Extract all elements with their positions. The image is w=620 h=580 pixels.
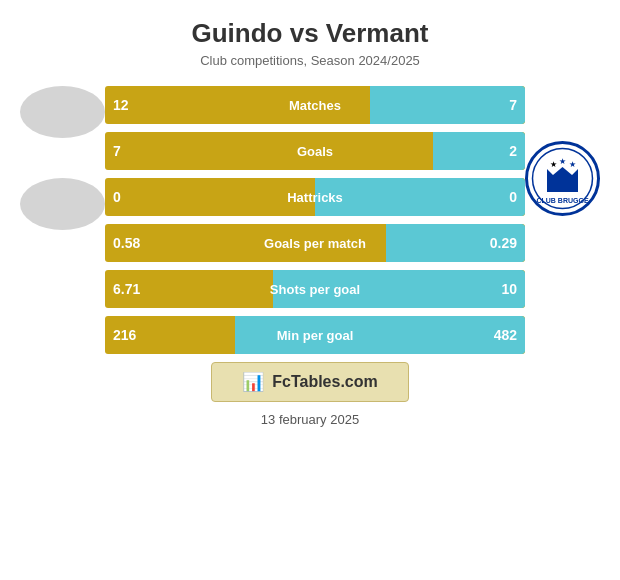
right-club-logo-area: CLUB BRUGGE ★ ★ ★ [525,86,600,216]
fctables-icon: 📊 [242,371,264,393]
stat-row: 216Min per goal482 [105,316,525,354]
page-subtitle: Club competitions, Season 2024/2025 [200,53,420,68]
stat-bar-container: 12Matches7 [105,86,525,124]
stats-column: 12Matches77Goals20Hattricks00.58Goals pe… [105,86,525,354]
stat-bar-container: 7Goals2 [105,132,525,170]
stat-label: Shots per goal [270,282,360,297]
stat-right-value: 482 [494,327,517,343]
stat-left-value: 216 [113,327,136,343]
svg-rect-2 [547,187,578,192]
stat-label: Goals [297,144,333,159]
stat-label: Goals per match [264,236,366,251]
stat-right-value: 10 [501,281,517,297]
stat-right-value: 0 [509,189,517,205]
stat-right-value: 0.29 [490,235,517,251]
stat-left-value: 6.71 [113,281,140,297]
stat-label: Matches [289,98,341,113]
stat-row: 12Matches7 [105,86,525,124]
page-title: Guindo vs Vermant [192,18,429,49]
stat-right-value: 2 [509,143,517,159]
stat-left-value: 0.58 [113,235,140,251]
stat-left-value: 12 [113,97,129,113]
stat-row: 7Goals2 [105,132,525,170]
date-text: 13 february 2025 [261,412,359,427]
stat-row: 6.71Shots per goal10 [105,270,525,308]
stat-bar-container: 6.71Shots per goal10 [105,270,525,308]
stat-row: 0.58Goals per match0.29 [105,224,525,262]
left-avatar-bottom [20,178,105,230]
stat-row: 0Hattricks0 [105,178,525,216]
stat-bar-container: 0Hattricks0 [105,178,525,216]
club-brugge-logo: CLUB BRUGGE ★ ★ ★ [525,141,600,216]
svg-text:★: ★ [550,160,557,169]
stat-bar-container: 0.58Goals per match0.29 [105,224,525,262]
main-container: Guindo vs Vermant Club competitions, Sea… [0,0,620,580]
stat-bar-container: 216Min per goal482 [105,316,525,354]
svg-text:★: ★ [569,160,576,169]
left-player-area [20,86,105,230]
fctables-text: FcTables.com [272,373,378,391]
stat-label: Min per goal [277,328,354,343]
svg-text:★: ★ [559,157,566,166]
stat-left-value: 0 [113,189,121,205]
fctables-banner: 📊 FcTables.com [211,362,409,402]
stat-left-value: 7 [113,143,121,159]
stat-fill-bar [315,178,525,216]
left-avatar-top [20,86,105,138]
stat-fill-bar [370,86,525,124]
stat-label: Hattricks [287,190,343,205]
svg-text:CLUB BRUGGE: CLUB BRUGGE [536,197,588,204]
stat-right-value: 7 [509,97,517,113]
